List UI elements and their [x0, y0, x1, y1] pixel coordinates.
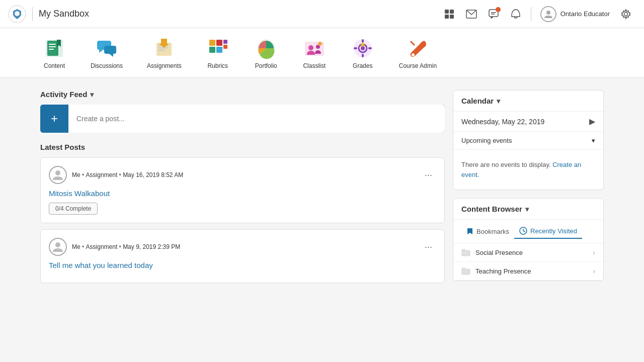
- cb-item-teaching-presence[interactable]: Teaching Presence ›: [453, 262, 603, 281]
- content-browser-tabs: Bookmarks Recently Visited: [453, 220, 603, 243]
- nav-item-rubrics[interactable]: Rubrics: [194, 32, 242, 73]
- no-events-text: There are no events to display.: [461, 161, 551, 168]
- post-title[interactable]: Mitosis Walkabout: [49, 189, 436, 198]
- nav-portfolio-label: Portfolio: [255, 62, 277, 69]
- nav-item-classlist[interactable]: Classlist: [290, 32, 339, 73]
- cb-item-label: Social Presence: [475, 249, 523, 256]
- content-browser-title: Content Browser: [461, 205, 522, 213]
- mail-icon-button[interactable]: [461, 4, 481, 24]
- svg-rect-42: [368, 47, 372, 49]
- calendar-next-arrow[interactable]: ▶: [589, 117, 595, 126]
- cb-item-label: Teaching Presence: [475, 267, 531, 275]
- svg-rect-15: [49, 44, 56, 45]
- grid-icon-button[interactable]: [439, 4, 459, 24]
- upcoming-events-header[interactable]: Upcoming events ▾: [453, 132, 603, 150]
- svg-rect-40: [362, 54, 364, 57]
- svg-rect-26: [216, 40, 222, 46]
- svg-rect-5: [450, 15, 454, 19]
- bookmark-icon: [466, 227, 473, 235]
- activity-feed-chevron: ▾: [90, 90, 94, 99]
- user-menu-button[interactable]: Ontario Educator: [536, 4, 614, 24]
- grid-icon: [444, 9, 455, 20]
- svg-rect-4: [445, 15, 449, 19]
- svg-rect-23: [158, 50, 165, 51]
- nav-item-discussions[interactable]: Discussions: [78, 32, 135, 73]
- nav-course-admin-label: Course Admin: [399, 62, 437, 69]
- logo-area: My Sandbox: [8, 5, 89, 23]
- svg-rect-41: [354, 47, 357, 49]
- content-browser-widget: Content Browser ▾ Bookmarks: [453, 198, 604, 281]
- post-meta-row: Me • Assignment • May 16, 2019 8:52 AM ·…: [49, 166, 436, 184]
- nav-item-course-admin[interactable]: Course Admin: [387, 32, 449, 73]
- svg-rect-22: [158, 47, 168, 49]
- create-post-bar[interactable]: +: [40, 105, 445, 133]
- nav-rubrics-label: Rubrics: [207, 62, 228, 69]
- nav-assignments-label: Assignments: [147, 62, 182, 69]
- post-card: Me • Assignment • May 16, 2019 8:52 AM ·…: [40, 157, 445, 223]
- svg-rect-25: [209, 40, 215, 46]
- header-separator: [531, 7, 531, 21]
- calendar-title: Calendar: [461, 97, 494, 105]
- nav-item-portfolio[interactable]: Portfolio: [242, 32, 290, 73]
- activity-feed-header[interactable]: Activity Feed ▾: [40, 90, 445, 99]
- chat-icon-button[interactable]: [484, 4, 504, 24]
- nav-toolbar: Content Discussions Assignments: [0, 28, 644, 78]
- svg-rect-3: [450, 10, 454, 14]
- calendar-widget-header[interactable]: Calendar ▾: [453, 90, 603, 112]
- classlist-icon: [303, 37, 326, 60]
- create-post-input[interactable]: [68, 105, 445, 133]
- bookmarks-tab[interactable]: Bookmarks: [461, 224, 514, 238]
- post-more-button[interactable]: ···: [421, 168, 436, 183]
- svg-rect-17: [49, 49, 54, 50]
- svg-rect-27: [209, 47, 215, 53]
- svg-rect-16: [49, 46, 56, 47]
- nav-classlist-label: Classlist: [303, 62, 326, 69]
- cb-item-social-presence[interactable]: Social Presence ›: [453, 243, 603, 262]
- svg-point-45: [55, 170, 60, 175]
- svg-rect-29: [223, 40, 227, 44]
- svg-point-46: [55, 242, 60, 247]
- header-icons: Ontario Educator: [439, 4, 636, 24]
- latest-posts-title: Latest Posts: [40, 143, 445, 151]
- assignments-icon: [152, 37, 176, 60]
- nav-item-assignments[interactable]: Assignments: [135, 32, 194, 73]
- logo-icon: [8, 5, 26, 23]
- rubrics-icon: [206, 37, 229, 60]
- svg-line-49: [523, 231, 525, 232]
- upcoming-events-label: Upcoming events: [461, 137, 512, 144]
- svg-rect-19: [104, 46, 116, 54]
- folder-icon: [461, 267, 470, 275]
- complete-badge: 0/4 Complete: [49, 203, 98, 215]
- content-browser-header[interactable]: Content Browser ▾: [453, 199, 603, 220]
- nav-discussions-label: Discussions: [91, 62, 123, 69]
- svg-rect-30: [223, 45, 227, 49]
- folder-icon: [461, 248, 470, 256]
- post-more-button[interactable]: ···: [421, 240, 436, 254]
- svg-point-33: [308, 45, 313, 50]
- settings-icon-button[interactable]: [616, 4, 636, 24]
- mail-icon: [466, 10, 477, 19]
- calendar-widget: Calendar ▾ Wednesday, May 22, 2019 ▶ Upc…: [453, 90, 604, 190]
- course-admin-icon: [406, 37, 429, 60]
- svg-point-1: [15, 11, 20, 16]
- right-column: Calendar ▾ Wednesday, May 22, 2019 ▶ Upc…: [453, 90, 604, 289]
- bell-icon: [511, 9, 521, 20]
- gear-icon: [620, 9, 631, 20]
- calendar-date: Wednesday, May 22, 2019: [461, 118, 544, 126]
- svg-rect-28: [216, 47, 222, 53]
- recently-visited-tab[interactable]: Recently Visited: [514, 224, 582, 239]
- bell-icon-button[interactable]: [506, 4, 526, 24]
- header-divider: [32, 7, 33, 21]
- portfolio-icon: [255, 37, 278, 60]
- svg-point-34: [316, 45, 320, 49]
- svg-point-38: [361, 46, 365, 50]
- nav-item-content[interactable]: Content: [30, 32, 78, 73]
- create-post-button[interactable]: +: [40, 105, 68, 133]
- post-title-2[interactable]: Tell me what you learned today: [49, 261, 436, 269]
- nav-item-grades[interactable]: Grades: [339, 32, 387, 73]
- post-avatar: [49, 166, 67, 184]
- user-avatar: [540, 6, 556, 22]
- recently-visited-tab-label: Recently Visited: [530, 227, 577, 235]
- header: My Sandbox: [0, 0, 644, 28]
- svg-point-11: [546, 11, 550, 15]
